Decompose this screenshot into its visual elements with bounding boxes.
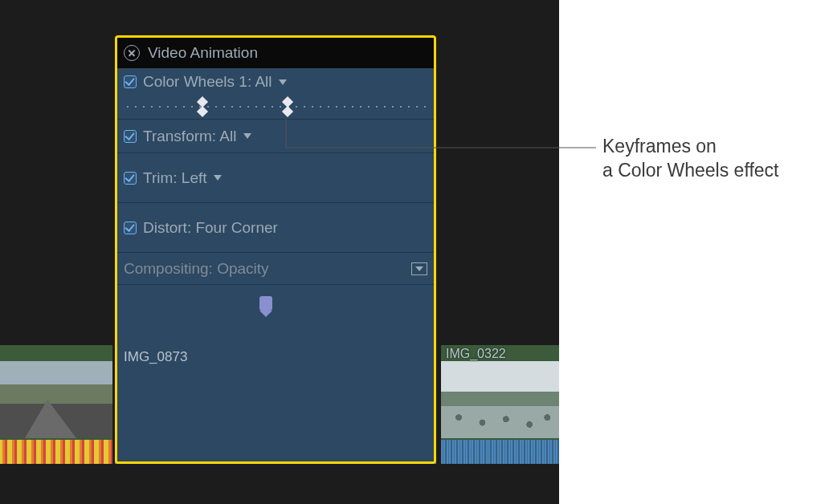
clip-thumbnail — [441, 361, 559, 438]
callout-line-2: a Color Wheels effect — [602, 159, 778, 183]
clip-thumbnail — [0, 361, 112, 438]
clip-label: IMG_0873 — [124, 349, 187, 365]
audio-waveform — [441, 440, 559, 464]
video-animation-panel: Video Animation Color Wheels 1: All Tran… — [115, 35, 436, 464]
expand-icon[interactable] — [411, 262, 427, 275]
effect-row-trim[interactable]: Trim: Left — [117, 153, 434, 203]
panel-header: Video Animation — [117, 38, 434, 68]
effect-label: Trim: Left — [143, 169, 207, 187]
editor-area: IMG_0322 Video Animation Color Wheels 1:… — [0, 0, 559, 504]
effect-checkbox[interactable] — [124, 172, 137, 185]
panel-title: Video Animation — [148, 44, 258, 62]
opacity-track[interactable] — [117, 285, 434, 461]
keyframe-marker[interactable] — [198, 99, 207, 115]
effect-row-color-wheels[interactable]: Color Wheels 1: All — [117, 68, 434, 120]
effect-checkbox[interactable] — [124, 75, 137, 88]
effect-label: Color Wheels 1: All — [143, 73, 272, 91]
compositing-label: Compositing: Opacity — [124, 260, 269, 278]
keyframe-track[interactable] — [124, 99, 427, 115]
effect-row-transform[interactable]: Transform: All — [117, 120, 434, 153]
chevron-down-icon[interactable] — [279, 79, 287, 85]
callout-text: Keyframes on a Color Wheels effect — [602, 135, 778, 183]
playhead-handle[interactable] — [259, 296, 272, 311]
effect-checkbox[interactable] — [124, 222, 137, 234]
clip-label: IMG_0322 — [446, 347, 506, 361]
close-icon[interactable] — [124, 45, 140, 61]
effect-label: Distort: Four Corner — [143, 219, 278, 237]
keyframe-marker[interactable] — [283, 99, 292, 115]
effect-row-distort[interactable]: Distort: Four Corner — [117, 203, 434, 253]
chevron-down-icon[interactable] — [243, 133, 251, 139]
effect-label: Transform: All — [143, 128, 237, 145]
effect-checkbox[interactable] — [124, 130, 137, 143]
compositing-header[interactable]: Compositing: Opacity — [117, 253, 434, 285]
chevron-down-icon[interactable] — [214, 175, 222, 181]
timeline-clip-next[interactable]: IMG_0322 — [441, 345, 559, 464]
timeline-clip-prev[interactable] — [0, 345, 112, 464]
filmstrip — [441, 361, 559, 438]
filmstrip — [0, 361, 112, 438]
callout-line-1: Keyframes on — [602, 135, 778, 159]
audio-waveform — [0, 440, 112, 464]
